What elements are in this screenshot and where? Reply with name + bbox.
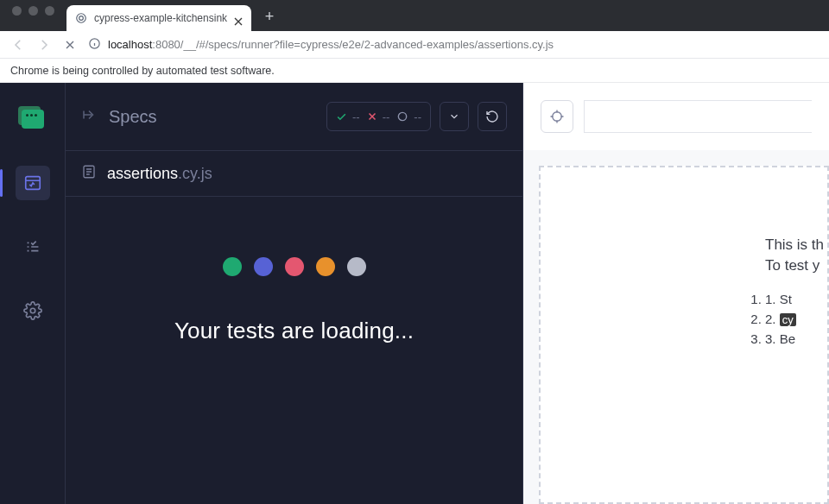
stats-controls: -- -- -- bbox=[326, 102, 507, 131]
aut-iframe-placeholder: This is th To test y 1. St 2. cy 3. Be bbox=[539, 166, 829, 504]
loading-dot bbox=[254, 257, 273, 276]
gear-icon bbox=[23, 301, 42, 320]
collapse-arrow-icon bbox=[81, 107, 97, 126]
cypress-logo-icon bbox=[22, 110, 44, 129]
sidebar-logo[interactable] bbox=[16, 102, 50, 136]
viewport-menu-button[interactable] bbox=[440, 102, 469, 131]
nav-forward-button[interactable] bbox=[36, 37, 52, 53]
browser-tab[interactable]: cypress-example-kitchensink bbox=[66, 5, 251, 31]
specs-breadcrumb[interactable]: Specs bbox=[81, 107, 157, 127]
tab-title: cypress-example-kitchensink bbox=[94, 12, 227, 24]
automation-banner-text: Chrome is being controlled by automated … bbox=[10, 65, 275, 77]
chevron-down-icon bbox=[448, 110, 460, 123]
traffic-light-minimize[interactable] bbox=[28, 6, 38, 16]
tab-close-icon[interactable] bbox=[234, 14, 243, 22]
file-icon bbox=[81, 164, 97, 183]
aut-intro-line: To test y bbox=[765, 257, 827, 274]
aut-url-input[interactable] bbox=[584, 100, 812, 133]
nav-back-button[interactable] bbox=[10, 37, 26, 53]
svg-point-0 bbox=[77, 14, 86, 23]
stat-failed: -- bbox=[367, 110, 390, 123]
aut-steps-list: 1. St 2. cy 3. Be bbox=[765, 292, 827, 346]
cypress-app: Specs -- -- -- bbox=[0, 83, 829, 504]
selector-playground-button[interactable] bbox=[541, 100, 573, 133]
specs-label-text: Specs bbox=[109, 107, 157, 127]
site-info-icon[interactable] bbox=[88, 37, 101, 53]
browser-tab-strip: cypress-example-kitchensink + bbox=[0, 0, 829, 31]
loading-area: Your tests are loading... bbox=[66, 197, 522, 504]
browser-toolbar: localhost:8080/__/#/specs/runner?file=cy… bbox=[0, 31, 829, 59]
loading-dot bbox=[347, 257, 366, 276]
reporter-header: Specs -- -- -- bbox=[66, 83, 522, 150]
aut-step: 1. St bbox=[765, 292, 827, 306]
loading-dots bbox=[223, 257, 366, 276]
spec-file-row[interactable]: assertions.cy.js bbox=[66, 150, 522, 197]
sidebar-item-runs[interactable] bbox=[16, 230, 50, 264]
test-stats-pill: -- -- -- bbox=[326, 102, 431, 131]
aut-step: 2. cy bbox=[765, 312, 827, 326]
check-icon bbox=[336, 111, 347, 123]
address-bar[interactable]: localhost:8080/__/#/specs/runner?file=cy… bbox=[88, 37, 819, 53]
aut-stage: This is th To test y 1. St 2. cy 3. Be bbox=[523, 150, 829, 504]
specs-icon bbox=[23, 173, 42, 192]
nav-reload-button[interactable] bbox=[62, 37, 78, 53]
svg-point-4 bbox=[399, 112, 407, 120]
traffic-light-close[interactable] bbox=[12, 6, 22, 16]
sidebar-item-settings[interactable] bbox=[16, 293, 50, 328]
rerun-tests-button[interactable] bbox=[478, 102, 507, 131]
pending-icon bbox=[396, 110, 408, 123]
url-text: localhost:8080/__/#/specs/runner?file=cy… bbox=[108, 38, 554, 51]
runs-icon bbox=[23, 237, 42, 256]
x-icon bbox=[367, 111, 377, 122]
sidebar-item-specs[interactable] bbox=[16, 166, 50, 200]
spec-file-name: assertions.cy.js bbox=[107, 165, 212, 183]
crosshair-icon bbox=[549, 109, 565, 124]
aut-intro-line: This is th bbox=[765, 236, 827, 254]
aut-panel: This is th To test y 1. St 2. cy 3. Be bbox=[522, 83, 829, 504]
aut-toolbar bbox=[523, 83, 829, 150]
left-nav-sidebar bbox=[0, 83, 66, 504]
reporter-panel: Specs -- -- -- bbox=[66, 83, 522, 504]
traffic-light-zoom[interactable] bbox=[45, 6, 54, 16]
refresh-icon bbox=[485, 110, 499, 123]
new-tab-button[interactable]: + bbox=[258, 5, 281, 28]
stat-passed: -- bbox=[336, 110, 360, 123]
automation-banner: Chrome is being controlled by automated … bbox=[0, 59, 829, 83]
loading-message: Your tests are loading... bbox=[174, 318, 414, 344]
loading-dot bbox=[285, 257, 304, 276]
stat-pending: -- bbox=[396, 110, 421, 123]
loading-dot bbox=[316, 257, 335, 276]
svg-point-6 bbox=[553, 112, 562, 122]
loading-dot bbox=[223, 257, 242, 276]
svg-point-3 bbox=[30, 308, 35, 313]
window-traffic-lights bbox=[0, 6, 66, 26]
tab-favicon bbox=[75, 12, 87, 24]
aut-step: 3. Be bbox=[765, 331, 827, 346]
